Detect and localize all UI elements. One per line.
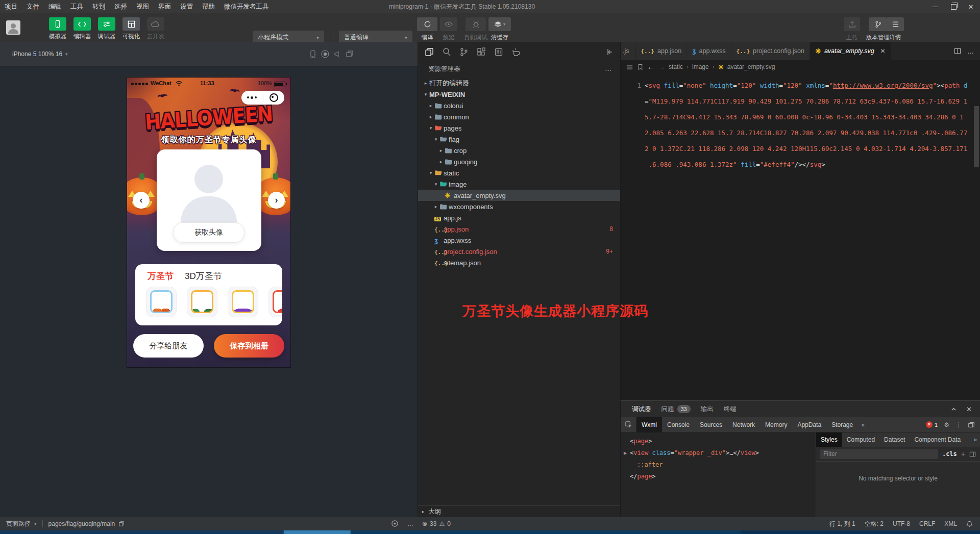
debugger-tab-调试器[interactable]: 调试器 bbox=[632, 401, 651, 418]
menubar-item-6[interactable]: 视图 bbox=[132, 0, 154, 13]
devtools-tab-console[interactable]: Console bbox=[662, 417, 695, 433]
kebab-menu-icon[interactable]: ⋮ bbox=[955, 421, 962, 428]
preview-eye-icon[interactable] bbox=[391, 520, 399, 528]
breadcrumb-item-0[interactable]: static bbox=[669, 63, 683, 70]
menubar-item-2[interactable]: 编辑 bbox=[44, 0, 66, 13]
close-tab-icon[interactable]: ✕ bbox=[880, 47, 886, 55]
menubar-item-10[interactable]: 微信开发者工具 bbox=[219, 0, 274, 13]
explorer-item-app.json[interactable]: {..}app.json8 bbox=[418, 223, 620, 235]
search-icon[interactable] bbox=[442, 47, 452, 57]
notifications-bell-icon[interactable] bbox=[966, 521, 973, 527]
sidebar-toggle-icon[interactable] bbox=[969, 451, 976, 457]
explorer-item-common[interactable]: ▸common bbox=[418, 111, 620, 122]
wxml-line-1[interactable]: ▶<view class="wrapper _div">…</view> bbox=[624, 447, 816, 459]
wxml-line-3[interactable]: </page> bbox=[624, 471, 816, 482]
tea-break-icon[interactable] bbox=[511, 47, 521, 57]
toolbar-layers-button[interactable]: ▾清缓存 bbox=[488, 17, 511, 41]
nav-back-icon[interactable]: ← bbox=[647, 63, 654, 71]
user-avatar[interactable] bbox=[6, 20, 20, 35]
statusbar-info-1[interactable]: 空格: 2 bbox=[865, 517, 884, 530]
prev-frame-button[interactable]: ‹ bbox=[133, 192, 150, 209]
statusbar-more-icon[interactable]: … bbox=[407, 517, 414, 530]
record-icon[interactable] bbox=[321, 49, 330, 59]
styles-tab-computed[interactable]: Computed bbox=[842, 433, 879, 447]
outline-list-icon[interactable] bbox=[626, 63, 633, 71]
minimize-button[interactable] bbox=[926, 0, 944, 13]
inspect-element-icon[interactable] bbox=[621, 417, 636, 433]
devtools-tab-wxml[interactable]: Wxml bbox=[636, 417, 662, 433]
toolbar-layout-toggle[interactable]: 可视化 bbox=[119, 17, 143, 40]
devtools-tab-memory[interactable]: Memory bbox=[760, 417, 792, 433]
menubar-item-7[interactable]: 界面 bbox=[154, 0, 176, 13]
editor-tab-app.wxss[interactable]: ʒapp.wxss bbox=[687, 42, 731, 60]
toggle-class-button[interactable]: .cls bbox=[942, 450, 957, 457]
error-count-badge[interactable]: ✕1 bbox=[926, 421, 938, 428]
statusbar-info-0[interactable]: 行 1, 列 1 bbox=[829, 517, 855, 530]
red-frame[interactable] bbox=[268, 287, 282, 317]
purple-skull-frame[interactable] bbox=[228, 287, 258, 317]
more-actions-icon[interactable]: … bbox=[967, 47, 974, 55]
debugger-tab-终端[interactable]: 终端 bbox=[724, 401, 737, 417]
more-actions-icon[interactable]: … bbox=[605, 62, 612, 75]
explorer-item-MP-WEIXIN[interactable]: ▾MP-WEIXIN bbox=[418, 89, 620, 100]
devtools-tab-appdata[interactable]: AppData bbox=[792, 417, 826, 433]
styles-tab-styles[interactable]: Styles bbox=[816, 433, 842, 447]
menubar-item-4[interactable]: 转到 bbox=[88, 0, 110, 13]
explorer-item-guoqing[interactable]: ▸guoqing bbox=[418, 156, 620, 167]
editor-tab-app.json[interactable]: {..}app.json bbox=[636, 42, 688, 60]
menubar-item-5[interactable]: 选择 bbox=[110, 0, 132, 13]
npm-scripts-icon[interactable] bbox=[494, 47, 504, 57]
debugger-tab-输出[interactable]: 输出 bbox=[701, 401, 714, 417]
devtools-tab-network[interactable]: Network bbox=[727, 417, 760, 433]
explorer-item-project.config.json[interactable]: {..}project.config.json9+ bbox=[418, 246, 620, 257]
menubar-item-1[interactable]: 文件 bbox=[22, 0, 44, 13]
dock-side-icon[interactable] bbox=[968, 421, 975, 428]
files-icon[interactable] bbox=[424, 47, 434, 57]
settings-gear-icon[interactable]: ⚙ bbox=[944, 421, 949, 428]
explorer-item-wxcomponents[interactable]: ▸wxcomponents bbox=[418, 201, 620, 212]
toolbar-phone-toggle[interactable]: 模拟器 bbox=[45, 17, 70, 40]
wxml-line-0[interactable]: <page> bbox=[624, 436, 816, 447]
toolbar-menu-button[interactable]: 详情 bbox=[887, 17, 904, 41]
menubar-item-3[interactable]: 工具 bbox=[66, 0, 88, 13]
explorer-item-image[interactable]: ▾image bbox=[418, 179, 620, 190]
close-panel-icon[interactable]: ✕ bbox=[966, 405, 972, 413]
source-control-icon[interactable] bbox=[459, 47, 469, 57]
capsule-more-button[interactable] bbox=[241, 96, 263, 99]
code-editor[interactable]: 1 <svg fill="none" height="120" width="1… bbox=[621, 73, 980, 400]
collapse-panel-icon[interactable] bbox=[950, 406, 957, 413]
menubar-item-9[interactable]: 帮助 bbox=[198, 0, 219, 13]
breadcrumb-item-2[interactable]: avatar_empty.svg bbox=[727, 63, 775, 70]
style-filter-input[interactable] bbox=[820, 449, 938, 459]
save-to-album-button[interactable]: 保存到相册 bbox=[214, 334, 284, 358]
device-selector[interactable]: iPhone 5 100% 16 bbox=[12, 50, 62, 58]
split-editor-icon[interactable] bbox=[954, 47, 961, 55]
maximize-button[interactable] bbox=[944, 0, 963, 13]
explorer-item-crop[interactable]: ▸crop bbox=[418, 145, 620, 156]
toolbar-debug-toggle[interactable]: 调试器 bbox=[94, 17, 119, 40]
mute-icon[interactable] bbox=[333, 49, 342, 59]
menubar-item-0[interactable]: 项目 bbox=[0, 0, 22, 13]
bookmark-icon[interactable] bbox=[637, 64, 644, 70]
explorer-item-app.wxss[interactable]: ʒapp.wxss bbox=[418, 235, 620, 246]
editor-scrollbar[interactable] bbox=[974, 106, 979, 167]
next-frame-button[interactable]: › bbox=[268, 192, 285, 209]
pumpkin-frame[interactable] bbox=[146, 287, 177, 317]
statusbar-info-4[interactable]: XML bbox=[944, 517, 957, 530]
explorer-item-pages[interactable]: ▾pages bbox=[418, 122, 620, 134]
multi-window-icon[interactable] bbox=[345, 49, 354, 59]
devtools-tab-storage[interactable]: Storage bbox=[826, 417, 858, 433]
wxml-line-2[interactable]: ::after bbox=[624, 459, 816, 471]
new-style-rule-icon[interactable]: + bbox=[961, 450, 965, 458]
styles-tab-component-data[interactable]: Component Data bbox=[910, 433, 965, 447]
page-path-label[interactable]: 页面路径 bbox=[6, 520, 31, 528]
explorer-item-avatar_empty.svg[interactable]: avatar_empty.svg bbox=[418, 190, 620, 201]
explorer-item-flag[interactable]: ▾flag bbox=[418, 134, 620, 145]
explorer-item-sitemap.json[interactable]: {..}sitemap.json bbox=[418, 257, 620, 268]
toolbar-bug-button[interactable]: 真机调试 bbox=[462, 17, 489, 41]
frame-tab-1[interactable]: 3D万圣节 bbox=[185, 270, 222, 282]
close-button[interactable]: ✕ bbox=[962, 0, 980, 13]
toolbar-upload-button[interactable]: 上传 bbox=[844, 17, 860, 41]
collapse-sidebar-icon[interactable] bbox=[604, 47, 614, 57]
explorer-item-colorui[interactable]: ▸colorui bbox=[418, 100, 620, 111]
